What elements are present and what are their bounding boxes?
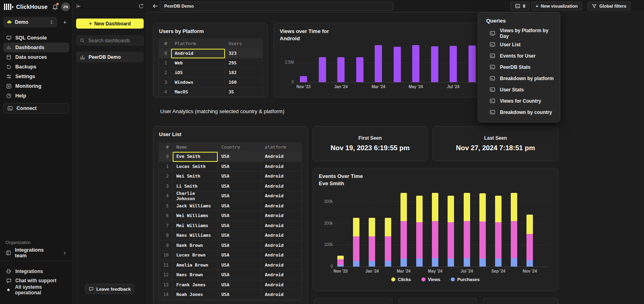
table-cell[interactable]: Android — [261, 231, 301, 241]
column-header[interactable]: Platform — [171, 39, 225, 49]
query-item-peerdb-stats[interactable]: PeerDB Stats — [489, 62, 558, 73]
table-cell[interactable]: 295 — [225, 58, 262, 68]
table-cell[interactable]: 6 — [159, 211, 173, 221]
sidebar-item-monitoring[interactable]: Monitoring — [3, 81, 69, 91]
table-cell[interactable]: 1 — [159, 58, 171, 68]
table-cell[interactable]: 1 — [159, 162, 173, 172]
table-cell[interactable]: USA — [218, 201, 261, 211]
queries-count-button[interactable]: 8 — [510, 2, 530, 10]
dashboard-title-input[interactable] — [160, 2, 393, 10]
table-row[interactable]: 3Li SmithUSAAndroid — [159, 182, 301, 192]
table-cell[interactable]: USA — [218, 172, 261, 182]
table-cell[interactable]: USA — [218, 221, 261, 231]
table-cell[interactable]: Android — [261, 201, 301, 211]
table-cell[interactable]: 0 — [159, 49, 171, 58]
table-cell[interactable]: 3 — [159, 78, 171, 87]
table-row[interactable]: 7Mei WilliamsUSAAndroid — [159, 221, 301, 231]
sidebar-item-sql-console[interactable]: SQL Console — [3, 33, 69, 43]
table-cell[interactable]: USA — [218, 250, 261, 261]
column-header[interactable]: # — [159, 143, 173, 152]
table-row[interactable]: 6Wei WilliamsUSAAndroid — [159, 211, 301, 221]
table-cell[interactable]: Android — [261, 290, 301, 300]
table-cell[interactable]: USA — [218, 152, 261, 162]
table-cell[interactable]: MacOS — [171, 87, 225, 97]
table-cell[interactable]: 2 — [159, 68, 171, 78]
column-header[interactable]: # — [159, 39, 171, 49]
table-row[interactable]: 2Wei SmithUSAAndroid — [159, 172, 301, 182]
table-cell[interactable]: Android — [261, 211, 301, 221]
table-cell[interactable]: Lucas Smith — [173, 162, 218, 172]
table-cell[interactable]: 7 — [159, 221, 173, 231]
table-cell[interactable]: Android — [261, 152, 301, 162]
table-cell[interactable]: Windows — [171, 78, 225, 87]
table-cell[interactable]: 11 — [159, 261, 173, 271]
table-cell[interactable]: 8 — [159, 231, 173, 241]
table-row[interactable]: 10Lucas BrownUSAAndroid — [159, 250, 301, 261]
table-cell[interactable]: Wei Williams — [173, 211, 218, 221]
table-cell[interactable]: Android — [261, 182, 301, 192]
search-dashboards-input[interactable] — [87, 37, 137, 44]
column-header[interactable]: Name — [173, 143, 218, 152]
new-visualization-button[interactable]: + New visualization — [531, 2, 582, 10]
table-cell[interactable]: Web — [171, 58, 225, 68]
table-cell[interactable]: 182 — [225, 68, 262, 78]
add-workspace-button[interactable]: + — [60, 17, 69, 27]
table-cell[interactable]: Charlie Johnson — [173, 191, 218, 201]
table-cell[interactable]: Amelia Brown — [173, 261, 218, 271]
table-cell[interactable]: Android — [261, 221, 301, 231]
column-header[interactable]: Country — [218, 143, 261, 152]
legend-item-clicks[interactable]: Clicks — [391, 277, 411, 282]
leave-feedback-button[interactable]: Leave feedback — [85, 284, 134, 294]
table-cell[interactable]: iOS — [171, 68, 225, 78]
table-cell[interactable]: Jack Williams — [173, 201, 218, 211]
table-cell[interactable]: USA — [218, 162, 261, 172]
table-cell[interactable]: 323 — [225, 49, 262, 58]
refresh-icon[interactable] — [138, 3, 144, 10]
column-header[interactable]: Users — [225, 39, 262, 49]
table-cell[interactable]: USA — [218, 270, 261, 280]
table-cell[interactable]: 13 — [159, 280, 173, 290]
table-cell[interactable]: USA — [218, 211, 261, 221]
query-item-views-by-platform-by-day[interactable]: Views by Platform by Day — [489, 28, 558, 39]
sidebar-item-integrations-team[interactable]: Integrations team — [3, 248, 69, 258]
table-cell[interactable]: 12 — [159, 270, 173, 280]
table-cell[interactable]: Hans Brown — [173, 270, 218, 280]
sidebar-item-help[interactable]: Help — [3, 91, 69, 101]
table-cell[interactable]: Android — [261, 270, 301, 280]
table-row[interactable]: 1Lucas SmithUSAAndroid — [159, 162, 301, 172]
table-cell[interactable]: Android — [261, 191, 301, 201]
table-cell[interactable]: Hank Brown — [173, 241, 218, 251]
table-cell[interactable]: Eve Smith — [173, 152, 218, 162]
column-header[interactable]: platform — [261, 143, 301, 152]
table-cell[interactable]: Frank Jones — [173, 280, 218, 290]
table-cell[interactable]: USA — [218, 191, 261, 201]
table-row[interactable]: 14Noah JonesUSAAndroid — [159, 290, 301, 300]
table-cell[interactable]: 10 — [159, 250, 173, 261]
table-cell[interactable]: 3 — [159, 182, 173, 192]
table-row[interactable]: 9Hank BrownUSAAndroid — [159, 241, 301, 251]
table-row[interactable]: 0Eve SmithUSAAndroid — [159, 152, 301, 162]
global-filters-button[interactable]: Global filters — [587, 2, 631, 10]
table-cell[interactable]: Android — [261, 250, 301, 261]
collapse-panel-icon[interactable] — [76, 3, 82, 10]
table-cell[interactable]: USA — [218, 280, 261, 290]
sidebar-item-settings[interactable]: Settings — [3, 72, 69, 81]
avatar[interactable]: ZN — [61, 2, 70, 11]
sidebar-item-backups[interactable]: Backups — [3, 62, 69, 72]
table-cell[interactable]: Android — [261, 162, 301, 172]
table-cell[interactable]: USA — [218, 231, 261, 241]
table-row[interactable]: 5Jack WilliamsUSAAndroid — [159, 201, 301, 211]
back-arrow-icon[interactable] — [152, 3, 159, 9]
table-cell[interactable]: 4 — [159, 87, 171, 97]
table-cell[interactable]: 0 — [159, 152, 173, 162]
table-cell[interactable]: Hans Williams — [173, 231, 218, 241]
connect-button[interactable]: Connect — [3, 103, 69, 114]
sidebar-item-dashboards[interactable]: Dashboards — [3, 43, 69, 52]
table-cell[interactable]: USA — [218, 290, 261, 300]
table-cell[interactable]: Li Smith — [173, 182, 218, 192]
sidebar-footer-integrations[interactable]: Integrations — [3, 267, 69, 276]
table-row[interactable]: 1Web295 — [159, 58, 262, 68]
table-cell[interactable]: 9 — [159, 241, 173, 251]
table-cell[interactable]: 5 — [159, 201, 173, 211]
table-cell[interactable]: Noah Jones — [173, 290, 218, 300]
